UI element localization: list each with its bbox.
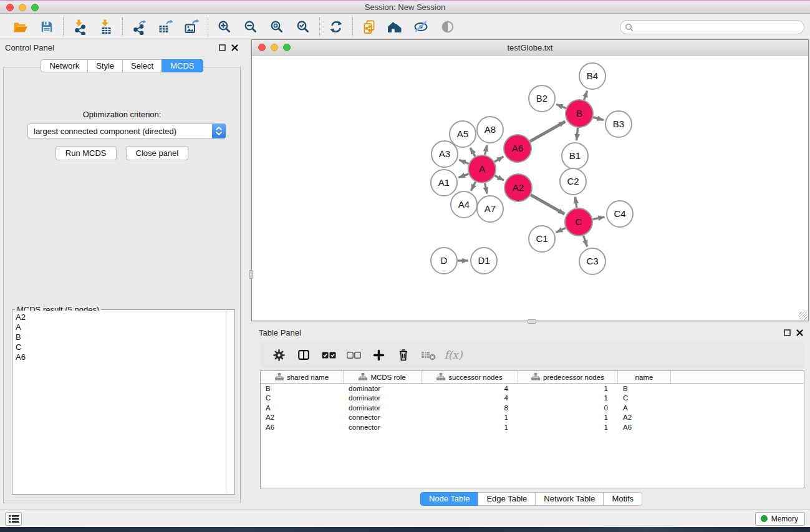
- cell-MCDS-role[interactable]: dominator: [344, 385, 422, 392]
- table-row[interactable]: Adominator80A: [261, 403, 804, 413]
- edge-C-C3[interactable]: [584, 236, 587, 247]
- tab-mcds[interactable]: MCDS: [162, 59, 203, 72]
- edge-A-A4[interactable]: [471, 181, 475, 190]
- graph-node-C4[interactable]: C4: [607, 201, 633, 227]
- splitter-handle-bottom[interactable]: [528, 319, 536, 324]
- cell-predecessor-nodes[interactable]: 0: [518, 404, 618, 412]
- cell-successor-nodes[interactable]: 4: [422, 385, 518, 392]
- column-header-predecessor-nodes[interactable]: predecessor nodes: [518, 371, 618, 383]
- cell-shared-name[interactable]: A2: [261, 414, 344, 421]
- float-panel-icon[interactable]: [218, 44, 226, 52]
- cell-predecessor-nodes[interactable]: 1: [518, 394, 618, 402]
- open-file-icon[interactable]: [7, 17, 34, 37]
- hide-graphics-details-icon[interactable]: [408, 17, 435, 37]
- task-history-button[interactable]: [5, 512, 22, 526]
- edge-A-A3[interactable]: [459, 160, 468, 163]
- close-panel-icon[interactable]: [231, 44, 239, 52]
- network-close-button[interactable]: [258, 44, 266, 51]
- graph-node-C2[interactable]: C2: [560, 168, 586, 195]
- edge-A-A5[interactable]: [470, 148, 475, 157]
- cell-name[interactable]: A6: [618, 423, 671, 431]
- export-table-icon[interactable]: [152, 17, 178, 37]
- splitter-handle-left[interactable]: [249, 270, 253, 279]
- table-row[interactable]: Cdominator41C: [261, 394, 804, 404]
- result-item[interactable]: A2: [16, 312, 226, 322]
- tab-network[interactable]: Network: [41, 59, 88, 72]
- zoom-selected-icon[interactable]: [290, 17, 316, 37]
- edge-A-A6[interactable]: [494, 157, 504, 162]
- cell-name[interactable]: A2: [618, 414, 671, 421]
- graph-node-A8[interactable]: A8: [477, 117, 503, 143]
- show-graphics-details-icon[interactable]: [435, 17, 461, 37]
- cell-MCDS-role[interactable]: dominator: [344, 394, 422, 402]
- tab-edge-table[interactable]: Edge Table: [478, 492, 536, 506]
- edge-A2-C[interactable]: [531, 195, 564, 214]
- column-header-successor-nodes[interactable]: successor nodes: [422, 371, 518, 383]
- network-window-titlebar[interactable]: testGlobe.txt: [252, 40, 808, 56]
- graph-node-A2[interactable]: A2: [504, 174, 532, 201]
- column-header-shared-name[interactable]: shared name: [261, 371, 344, 383]
- mcds-result-list[interactable]: A2ABCA6: [13, 311, 226, 493]
- close-table-panel-icon[interactable]: [796, 329, 804, 337]
- cell-successor-nodes[interactable]: 8: [422, 404, 518, 412]
- cell-MCDS-role[interactable]: connector: [344, 423, 422, 431]
- result-item[interactable]: B: [16, 332, 226, 342]
- tab-motifs[interactable]: Motifs: [603, 492, 642, 506]
- table-settings-gear-icon[interactable]: [266, 345, 291, 365]
- zoom-in-icon[interactable]: [211, 17, 238, 37]
- network-zoom-button[interactable]: [283, 44, 291, 51]
- import-network-icon[interactable]: [67, 17, 93, 37]
- cell-predecessor-nodes[interactable]: 1: [518, 385, 618, 392]
- network-minimize-button[interactable]: [271, 44, 278, 51]
- node-table[interactable]: shared nameMCDS rolesuccessor nodesprede…: [260, 370, 804, 488]
- edge-A-A2[interactable]: [494, 176, 503, 180]
- result-scrollbar[interactable]: [226, 311, 234, 493]
- column-header-MCDS-role[interactable]: MCDS role: [344, 371, 422, 383]
- network-canvas[interactable]: AA1A2A3A4A5A6A7A8BB1B2B3B4CC1C2C3C4DD1: [252, 56, 808, 321]
- edge-B-B2[interactable]: [556, 104, 566, 108]
- graph-node-B1[interactable]: B1: [562, 143, 588, 169]
- graph-node-B3[interactable]: B3: [605, 111, 632, 137]
- graph-node-A6[interactable]: A6: [504, 135, 531, 162]
- close-panel-button[interactable]: Close panel: [126, 146, 189, 160]
- edge-C-C1[interactable]: [556, 228, 566, 233]
- deselect-all-checkboxes-icon[interactable]: [341, 345, 366, 365]
- cell-predecessor-nodes[interactable]: 1: [518, 423, 618, 431]
- graph-node-A1[interactable]: A1: [431, 170, 457, 196]
- cell-MCDS-role[interactable]: dominator: [344, 404, 422, 412]
- table-row[interactable]: A6connector11A6: [261, 422, 804, 432]
- table-row[interactable]: Bdominator41B: [261, 384, 804, 394]
- cell-shared-name[interactable]: A: [261, 404, 344, 412]
- window-resize-grip[interactable]: [799, 312, 808, 320]
- tab-select[interactable]: Select: [122, 59, 162, 72]
- graph-node-B[interactable]: B: [566, 100, 593, 127]
- edge-B-B1[interactable]: [577, 128, 578, 140]
- edge-A6-B[interactable]: [530, 122, 565, 142]
- edge-B-B3[interactable]: [593, 117, 604, 120]
- cell-predecessor-nodes[interactable]: 1: [518, 414, 618, 421]
- search-input[interactable]: [620, 20, 804, 34]
- result-item[interactable]: A6: [16, 352, 226, 362]
- tab-style[interactable]: Style: [87, 59, 123, 72]
- zoom-fit-icon[interactable]: [264, 17, 290, 37]
- cell-successor-nodes[interactable]: 1: [422, 414, 518, 421]
- float-table-panel-icon[interactable]: [783, 329, 791, 337]
- minimize-window-button[interactable]: [19, 4, 26, 11]
- edge-B-B4[interactable]: [584, 91, 587, 100]
- export-image-icon[interactable]: [178, 17, 205, 37]
- edge-C-C2[interactable]: [575, 197, 576, 208]
- cell-successor-nodes[interactable]: 4: [422, 394, 518, 402]
- network-graph[interactable]: AA1A2A3A4A5A6A7A8BB1B2B3B4CC1C2C3C4DD1: [252, 56, 808, 321]
- cell-successor-nodes[interactable]: 1: [422, 423, 518, 431]
- graph-node-A5[interactable]: A5: [450, 121, 476, 147]
- add-column-plus-icon[interactable]: [366, 345, 391, 365]
- home-view-icon[interactable]: [382, 17, 408, 37]
- edge-A-A7[interactable]: [485, 183, 487, 194]
- select-all-checkboxes-icon[interactable]: [316, 345, 341, 365]
- save-session-icon[interactable]: [34, 17, 60, 37]
- show-column-icon[interactable]: [291, 345, 316, 365]
- result-item[interactable]: A: [16, 322, 226, 332]
- graph-node-A3[interactable]: A3: [432, 141, 458, 167]
- graph-node-C1[interactable]: C1: [529, 226, 555, 252]
- tab-network-table[interactable]: Network Table: [535, 492, 604, 506]
